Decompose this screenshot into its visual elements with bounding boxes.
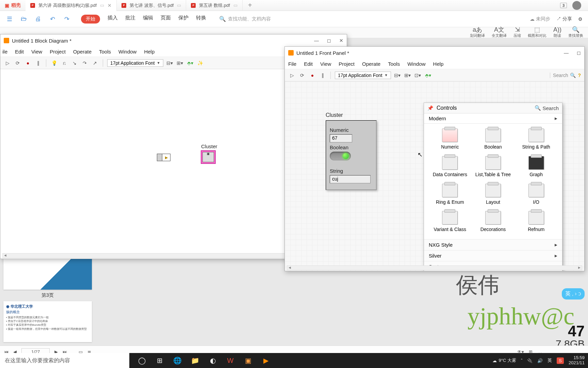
palette-item-layout[interactable]: Layout bbox=[473, 184, 513, 205]
align-icon[interactable]: ⊟▾ bbox=[166, 59, 174, 67]
app-icon-2[interactable]: ▣ bbox=[240, 353, 256, 368]
redo-icon[interactable]: ↷ bbox=[63, 15, 71, 23]
share-button[interactable]: ↗ 分享 bbox=[556, 16, 572, 22]
minimize-icon[interactable]: — bbox=[314, 38, 319, 43]
reorder-icon[interactable]: ⬘▾ bbox=[186, 59, 194, 67]
menu-tools[interactable]: Tools bbox=[99, 49, 111, 55]
undo-icon[interactable]: ↶ bbox=[48, 15, 56, 23]
slide-thumb-4[interactable]: ◉ 华北理工大学 簇的概念 ▪ 簇是不同类型的数据元素归为一组▪ 类似于C语言程… bbox=[3, 301, 92, 342]
tray-power-icon[interactable]: 🔌 bbox=[527, 358, 533, 363]
pause-icon[interactable]: ‖ bbox=[34, 59, 42, 67]
palette-item-ring[interactable]: Ring & Enum bbox=[430, 184, 470, 205]
menu-operate[interactable]: Operate bbox=[362, 61, 380, 67]
pin-icon[interactable]: 📌 bbox=[427, 105, 433, 111]
menu-help[interactable]: Help bbox=[144, 49, 154, 55]
ribbon-tab-page[interactable]: 页面 bbox=[161, 15, 171, 24]
bd-titlebar[interactable]: Untitled 1 Block Diagram * — ◻ ✕ bbox=[0, 34, 347, 47]
menu-view[interactable]: View bbox=[320, 61, 331, 67]
app-icon-3[interactable]: ▶ bbox=[258, 353, 274, 368]
array-constant-node[interactable] bbox=[157, 154, 170, 161]
tool-word-translate[interactable]: aあ划词翻译 bbox=[470, 27, 485, 38]
horizontal-scrollbar[interactable] bbox=[287, 265, 582, 270]
step-over-icon[interactable]: ↷ bbox=[81, 59, 88, 67]
fp-titlebar[interactable]: Untitled 1 Front Panel * — ◻ bbox=[285, 47, 584, 59]
print-icon[interactable]: 🖨 bbox=[34, 15, 42, 23]
palette-item-graph[interactable]: Graph bbox=[516, 156, 556, 178]
palette-item-string[interactable]: String & Path bbox=[516, 128, 556, 150]
wps-icon[interactable]: W bbox=[223, 353, 238, 368]
tool-find[interactable]: 🔍查找替换 bbox=[568, 27, 583, 38]
ribbon-tab-convert[interactable]: 转换 bbox=[196, 15, 206, 24]
cleanup-icon[interactable]: ✨ bbox=[197, 59, 204, 67]
palette-item-boolean[interactable]: Boolean bbox=[473, 128, 513, 150]
cortana-icon[interactable]: ◯ bbox=[134, 353, 150, 368]
app-icon-1[interactable]: ◐ bbox=[205, 353, 220, 368]
fp-canvas[interactable]: Cluster Numeric 67 Boolean String cuj ↖ … bbox=[285, 81, 584, 271]
cluster-node[interactable]: ▦ bbox=[201, 150, 216, 164]
pause-icon[interactable]: ‖ bbox=[319, 72, 326, 79]
palette-item-refnum[interactable]: Refnum bbox=[516, 211, 556, 232]
abort-icon[interactable]: ● bbox=[24, 59, 32, 67]
tray-sogou-icon[interactable]: S bbox=[557, 357, 564, 364]
tool-capture[interactable]: ⬚截图和对比 bbox=[528, 27, 546, 38]
resize-icon[interactable]: ⊡▾ bbox=[414, 72, 422, 79]
reorder-icon[interactable]: ⬘▾ bbox=[424, 72, 432, 79]
maximize-icon[interactable]: ◻ bbox=[327, 38, 331, 43]
run-cont-icon[interactable]: ⟳ bbox=[14, 59, 21, 67]
fp-search[interactable]: Search 🔍 ? bbox=[550, 73, 581, 78]
menu-project[interactable]: Project bbox=[50, 49, 66, 55]
tray-clock[interactable]: 15:59 2021/11 bbox=[569, 355, 585, 366]
tray-volume-icon[interactable]: 🔊 bbox=[537, 358, 543, 363]
run-cont-icon[interactable]: ⟳ bbox=[298, 72, 306, 79]
font-selector[interactable]: 17pt Application Font▼ bbox=[107, 59, 163, 67]
retain-icon[interactable]: ⎌ bbox=[61, 59, 68, 67]
tray-chevron-icon[interactable]: ˆ bbox=[521, 358, 522, 363]
tab-menu-icon[interactable]: ▭ bbox=[233, 3, 238, 8]
ribbon-tab-comment[interactable]: 批注 bbox=[125, 15, 135, 24]
palette-sub-nxg[interactable]: NXG Style▶ bbox=[424, 239, 562, 250]
font-selector[interactable]: 17pt Application Font▼ bbox=[335, 72, 391, 79]
menu-file[interactable]: ile bbox=[2, 49, 7, 55]
new-tab-button[interactable]: + bbox=[243, 1, 258, 9]
close-icon[interactable]: ✕ bbox=[108, 3, 112, 8]
tab-menu-icon[interactable]: ▭ bbox=[100, 3, 104, 8]
task-view-icon[interactable]: ⊞ bbox=[152, 353, 167, 368]
palette-category-modern[interactable]: Modern▶ bbox=[424, 113, 562, 124]
user-avatar[interactable] bbox=[572, 1, 581, 10]
wps-home-tab[interactable]: ▣ 稻壳 bbox=[0, 2, 26, 9]
ribbon-tab-protect[interactable]: 保护 bbox=[178, 15, 189, 24]
wps-doc-tab-1[interactable]: P 第六讲 高级数据结构(2)簇.pdf ▭ ✕ bbox=[26, 0, 117, 11]
menu-window[interactable]: Window bbox=[407, 61, 425, 67]
ribbon-tab-insert[interactable]: 插入 bbox=[108, 15, 118, 24]
cluster-control[interactable]: Cluster Numeric 67 Boolean String cuj bbox=[326, 112, 377, 190]
wps-search[interactable]: 🔍 查找功能、文档内容 bbox=[219, 16, 271, 22]
menu-tools[interactable]: Tools bbox=[388, 61, 400, 67]
menu-help[interactable]: Help bbox=[433, 61, 444, 67]
palette-item-data[interactable]: Data Containers bbox=[430, 156, 470, 178]
palette-item-decorations[interactable]: Decorations bbox=[473, 211, 513, 232]
abort-icon[interactable]: ● bbox=[309, 72, 316, 79]
distribute-icon[interactable]: ⊞▾ bbox=[404, 72, 411, 79]
menu-view[interactable]: View bbox=[31, 49, 42, 55]
run-icon[interactable]: ▷ bbox=[288, 72, 296, 79]
tool-full-translate[interactable]: A文全文翻译 bbox=[492, 27, 507, 38]
menu-file[interactable]: File bbox=[288, 61, 296, 67]
explorer-icon[interactable]: 📁 bbox=[187, 353, 203, 368]
highlight-icon[interactable]: 💡 bbox=[50, 59, 58, 67]
menu-edit[interactable]: Edit bbox=[304, 61, 313, 67]
menu-operate[interactable]: Operate bbox=[73, 49, 92, 55]
maximize-icon[interactable]: ◻ bbox=[577, 50, 581, 56]
weather-widget[interactable]: ☁ 9°C 大雾 bbox=[492, 357, 516, 364]
menu-icon[interactable]: ☰ bbox=[5, 15, 14, 23]
settings-icon[interactable]: ⚙ bbox=[578, 16, 583, 22]
wps-doc-tab-2[interactable]: P 第七讲 波形、信号.pdf ▭ bbox=[117, 0, 186, 11]
sync-status[interactable]: ☁未同步 bbox=[530, 16, 550, 22]
distribute-icon[interactable]: ⊞▾ bbox=[176, 59, 184, 67]
numeric-input[interactable]: 67 bbox=[330, 134, 352, 142]
palette-item-numeric[interactable]: Numeric bbox=[430, 128, 470, 150]
ime-badge[interactable]: 英 ‚ › ɔ bbox=[562, 288, 585, 300]
tray-lang[interactable]: 英 bbox=[548, 357, 552, 364]
menu-project[interactable]: Project bbox=[339, 61, 355, 67]
palette-sub-silver[interactable]: Silver▶ bbox=[424, 250, 562, 261]
palette-item-variant[interactable]: Variant & Class bbox=[430, 211, 470, 232]
